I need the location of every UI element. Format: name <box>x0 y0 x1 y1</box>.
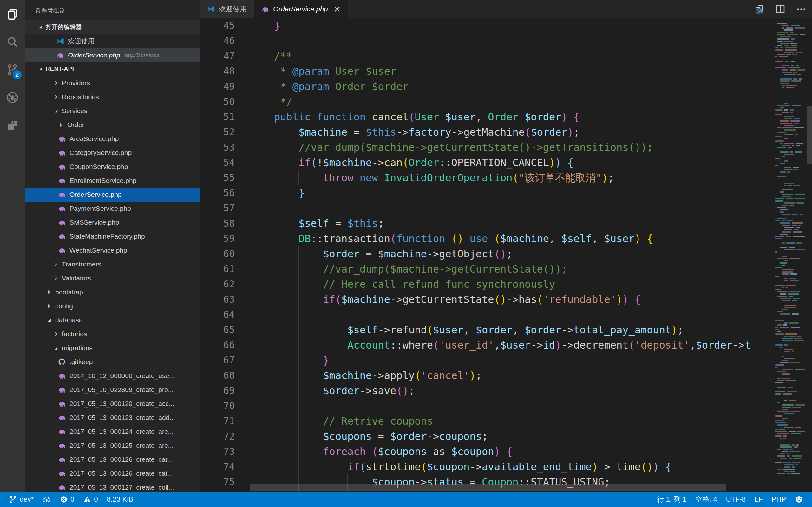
tree-file-couponservice.php[interactable]: CouponService.php <box>25 160 200 174</box>
code-line-52[interactable]: 52 $machine = $this->factory->getMachine… <box>200 124 774 140</box>
tree-file-2017_05_13_000127_create_coll...[interactable]: 2017_05_13_000127_create_coll... <box>25 481 200 492</box>
tree-folder-migrations[interactable]: migrations <box>25 341 200 355</box>
code-line-48[interactable]: 48 * @param User $user <box>200 64 774 79</box>
tree-file-2017_05_13_000120_create_acc...[interactable]: 2017_05_13_000120_create_acc... <box>25 397 200 411</box>
activity-bar-item-debug[interactable] <box>0 83 25 112</box>
status-sync[interactable] <box>38 492 55 507</box>
tree-file-2017_05_13_000126_create_car...[interactable]: 2017_05_13_000126_create_car... <box>25 452 200 466</box>
tree-file-.gitkeep[interactable]: .gitkeep <box>25 355 200 369</box>
minimap[interactable] <box>774 18 807 492</box>
code-line-47[interactable]: 47 /** <box>200 49 774 64</box>
tree-folder-config[interactable]: config <box>25 299 200 313</box>
code-line-59[interactable]: 59 DB::transaction(function () use ($mac… <box>200 231 774 246</box>
code-line-53[interactable]: 53 //var_dump($machine->getCurrentState(… <box>200 140 774 155</box>
activity-bar-item-extensions[interactable] <box>0 112 25 139</box>
open-editor-item[interactable]: 欢迎使用 <box>25 34 200 48</box>
minimap-line <box>785 287 788 288</box>
code-line-71[interactable]: 71 // Retrive coupons <box>200 413 774 429</box>
code-line-68[interactable]: 68 $machine->apply('cancel'); <box>200 368 774 383</box>
code-line-63[interactable]: 63 if($machine->getCurrentState()->has('… <box>200 292 774 307</box>
activity-bar-item-explorer[interactable] <box>0 0 25 28</box>
tree-file-2017_05_13_000125_create_are...[interactable]: 2017_05_13_000125_create_are... <box>25 439 200 452</box>
tree-folder-providers[interactable]: Providers <box>25 76 200 90</box>
folder-section-header[interactable]: RENT-API <box>25 62 200 76</box>
status-cursor-position[interactable]: 行 1, 列 1 <box>653 492 691 507</box>
code-line-50[interactable]: 50 */ <box>200 94 774 109</box>
code-line-65[interactable]: 65 $self->refund($user, $order, $order->… <box>200 322 774 337</box>
code-line-72[interactable]: 72 $coupons = $order->coupons; <box>200 429 774 444</box>
more-actions-icon[interactable] <box>796 4 806 14</box>
status-errors[interactable]: 0 <box>55 492 79 507</box>
tree-file-paymentservice.php[interactable]: PaymentService.php <box>25 202 200 216</box>
open-editor-item[interactable]: OrderService.phpapp/Services <box>25 48 200 62</box>
code-editor[interactable]: 76 $coupon->save();75 $coupon->status = … <box>200 18 812 492</box>
code-line-69[interactable]: 69 $order->save(); <box>200 383 774 398</box>
code-line-51[interactable]: 51 public function cancel(User $user, Or… <box>200 109 774 124</box>
code-line-70[interactable]: 70 <box>200 398 774 413</box>
tree-file-smsservice.php[interactable]: SMSService.php <box>25 216 200 229</box>
tree-folder-database[interactable]: database <box>25 313 200 327</box>
tab-[interactable]: 欢迎使用 <box>200 0 254 18</box>
php-icon <box>58 469 66 477</box>
minimap-line <box>782 231 791 233</box>
minimap-line <box>791 411 800 412</box>
tree-folder-factories[interactable]: factories <box>25 327 200 341</box>
code-line-55[interactable]: 55 throw new InvalidOrderOperation("该订单不… <box>200 170 774 185</box>
tree-file-areaservice.php[interactable]: AreaService.php <box>25 132 200 146</box>
tree-folder-services[interactable]: Services <box>25 104 200 118</box>
status-warnings[interactable]: 0 <box>79 492 102 507</box>
tree-folder-order[interactable]: Order <box>25 118 200 132</box>
minimap-line <box>784 280 788 281</box>
code-line-45[interactable]: 45 } <box>200 18 774 33</box>
close-icon[interactable] <box>334 5 341 13</box>
code-line-73[interactable]: 73 foreach ($coupons as $coupon) { <box>200 444 774 459</box>
minimap-line <box>791 120 800 122</box>
tree-file-statemachinefactory.php[interactable]: StateMachineFactory.php <box>25 229 200 243</box>
minimap-line <box>784 182 794 184</box>
tree-folder-validators[interactable]: Validators <box>25 271 200 285</box>
code-line-58[interactable]: 58 $self = $this; <box>200 216 774 231</box>
code-line-66[interactable]: 66 Account::where('user_id',$user->id)->… <box>200 337 774 353</box>
code-line-54[interactable]: 54 if(!$machine->can(Order::OPERATION_CA… <box>200 155 774 170</box>
status-language-mode[interactable]: PHP <box>767 492 791 507</box>
code-line-49[interactable]: 49 * @param Order $order <box>200 79 774 94</box>
tree-file-orderservice.php[interactable]: OrderService.php <box>25 187 200 202</box>
tree-folder-bootstrap[interactable]: bootstrap <box>25 285 200 299</box>
code-line-57[interactable]: 57 <box>200 201 774 216</box>
open-preview-icon[interactable] <box>754 4 764 14</box>
status-indentation[interactable]: 空格: 4 <box>691 492 721 507</box>
tree-file-2017_05_13_000124_create_are...[interactable]: 2017_05_13_000124_create_are... <box>25 425 200 439</box>
code-line-74[interactable]: 74 if(strtotime($coupon->available_end_t… <box>200 459 774 474</box>
tree-folder-repositories[interactable]: Repositories <box>25 90 200 104</box>
tab-orderservice.php[interactable]: OrderService.php <box>254 0 348 18</box>
horizontal-scrollbar[interactable] <box>250 484 726 491</box>
open-editors-header[interactable]: 打开的编辑器 <box>25 20 200 34</box>
tree-file-2014_10_12_000000_create_use...[interactable]: 2014_10_12_000000_create_use... <box>25 369 200 383</box>
tree-file-wechatservice.php[interactable]: WechatService.php <box>25 243 200 257</box>
code-line-46[interactable]: 46 <box>200 33 774 49</box>
minimap-line <box>797 203 804 204</box>
tree-file-2017_05_13_000123_create_add...[interactable]: 2017_05_13_000123_create_add... <box>25 411 200 425</box>
status-feedback[interactable] <box>791 492 808 507</box>
status-encoding[interactable]: UTF-8 <box>722 492 750 507</box>
tree-file-2017_05_13_000126_create_cat...[interactable]: 2017_05_13_000126_create_cat... <box>25 466 200 481</box>
activity-bar-item-source-control[interactable]: 2 <box>0 56 25 83</box>
status-file-size[interactable]: 8.23 KiB <box>102 492 138 507</box>
tree-folder-transformers[interactable]: Transformers <box>25 257 200 271</box>
code-line-67[interactable]: 67 } <box>200 353 774 368</box>
code-line-62[interactable]: 62 // Here call refund func synchronousl… <box>200 277 774 292</box>
code-line-56[interactable]: 56 } <box>200 185 774 201</box>
code-line-60[interactable]: 60 $order = $machine->getObject(); <box>200 246 774 262</box>
tree-file-2017_05_10_022809_create_pro...[interactable]: 2017_05_10_022809_create_pro... <box>25 383 200 397</box>
split-editor-icon[interactable] <box>775 4 785 14</box>
tree-file-enrollmentservice.php[interactable]: EnrollmentService.php <box>25 174 200 187</box>
activity-bar-item-search[interactable] <box>0 28 25 56</box>
status-eol[interactable]: LF <box>750 492 767 507</box>
code-line-61[interactable]: 61 //var_dump($machine->getCurrentState(… <box>200 262 774 277</box>
debug-icon <box>6 91 19 104</box>
line-number: 70 <box>200 398 235 413</box>
code-line-64[interactable]: 64 <box>200 307 774 322</box>
tree-file-categoryservice.php[interactable]: CategoryService.php <box>25 146 200 160</box>
vertical-scrollbar[interactable] <box>807 106 812 164</box>
status-git-branch[interactable]: dev* <box>4 492 38 507</box>
